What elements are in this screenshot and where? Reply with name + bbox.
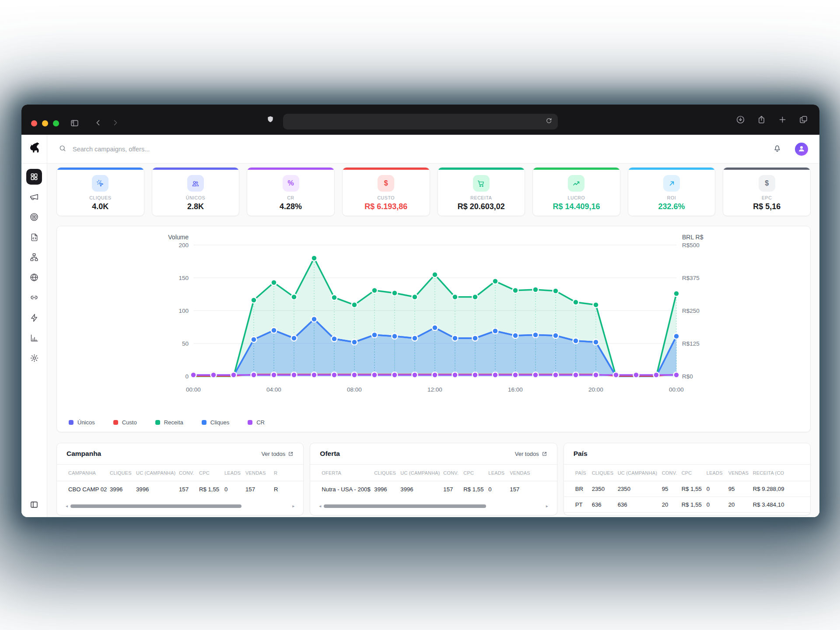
share-icon[interactable] xyxy=(757,115,766,126)
url-bar[interactable] xyxy=(283,114,558,130)
data-point-cr[interactable] xyxy=(251,372,257,378)
sidebar-item-settings[interactable] xyxy=(26,350,42,366)
sidebar-toggle-icon[interactable] xyxy=(70,119,79,128)
sidebar-item-offers[interactable] xyxy=(26,209,42,225)
kpi-card-cliques[interactable]: CLIQUES4.0K xyxy=(56,167,144,216)
data-point-cr[interactable] xyxy=(231,372,237,378)
data-point-cr[interactable] xyxy=(613,372,619,378)
data-point-cr[interactable] xyxy=(392,372,398,378)
data-point-cr[interactable] xyxy=(634,372,639,378)
legend-item-cliques[interactable]: Cliques xyxy=(202,419,229,426)
reload-icon[interactable] xyxy=(545,117,553,126)
data-point-cr[interactable] xyxy=(211,372,217,378)
minimize-button[interactable] xyxy=(42,120,48,126)
data-point-receita[interactable] xyxy=(553,288,559,294)
data-point-cr[interactable] xyxy=(352,372,357,378)
horizontal-scrollbar[interactable]: ◂▸ xyxy=(66,504,294,508)
notifications-bell-icon[interactable] xyxy=(773,144,782,154)
sidebar-item-pages[interactable] xyxy=(26,229,42,245)
data-point-cr[interactable] xyxy=(291,372,297,378)
kpi-card--nicos[interactable]: ÚNICOS2.8K xyxy=(152,167,240,216)
data-point-cliques[interactable] xyxy=(432,325,438,331)
data-point-cr[interactable] xyxy=(533,372,539,378)
back-icon[interactable] xyxy=(94,119,102,127)
data-point-receita[interactable] xyxy=(493,278,498,284)
data-point-cliques[interactable] xyxy=(674,333,679,339)
data-point-receita[interactable] xyxy=(372,287,378,293)
legend-item-cr[interactable]: CR xyxy=(248,419,265,426)
data-point-cliques[interactable] xyxy=(412,336,418,341)
data-point-cr[interactable] xyxy=(412,372,418,378)
data-point-receita[interactable] xyxy=(674,291,679,297)
data-point-cr[interactable] xyxy=(493,372,498,378)
horizontal-scrollbar[interactable]: ◂▸ xyxy=(319,504,548,508)
scroll-left-icon[interactable]: ◂ xyxy=(66,504,68,508)
zoom-button[interactable] xyxy=(53,120,59,126)
data-point-cr[interactable] xyxy=(312,372,317,378)
data-point-cliques[interactable] xyxy=(332,336,337,342)
legend-item-receita[interactable]: Receita xyxy=(155,419,183,426)
data-point-cliques[interactable] xyxy=(271,328,277,333)
data-point-cliques[interactable] xyxy=(533,332,539,338)
data-point-receita[interactable] xyxy=(513,287,518,293)
data-point-cr[interactable] xyxy=(432,372,438,378)
data-point-cliques[interactable] xyxy=(513,333,518,339)
data-point-cr[interactable] xyxy=(372,372,378,378)
data-point-receita[interactable] xyxy=(412,294,418,300)
kpi-card-lucro[interactable]: LUCROR$ 14.409,16 xyxy=(532,167,620,216)
data-point-cliques[interactable] xyxy=(392,333,398,339)
data-point-cliques[interactable] xyxy=(573,338,579,344)
data-point-cr[interactable] xyxy=(452,372,458,378)
data-point-cliques[interactable] xyxy=(372,332,378,338)
data-point-cr[interactable] xyxy=(332,372,337,378)
kpi-card-custo[interactable]: $CUSTOR$ 6.193,86 xyxy=(342,167,430,216)
data-point-cr[interactable] xyxy=(271,372,277,378)
data-point-receita[interactable] xyxy=(392,290,398,296)
scroll-right-icon[interactable]: ▸ xyxy=(292,504,294,508)
data-point-cr[interactable] xyxy=(573,372,579,378)
data-point-cliques[interactable] xyxy=(352,340,357,345)
sidebar-item-campaigns[interactable] xyxy=(26,189,42,205)
data-point-cr[interactable] xyxy=(654,372,659,378)
data-point-receita[interactable] xyxy=(432,272,438,277)
data-point-cr[interactable] xyxy=(513,372,518,378)
data-point-cliques[interactable] xyxy=(472,336,478,341)
data-point-receita[interactable] xyxy=(593,302,599,308)
scroll-left-icon[interactable]: ◂ xyxy=(319,504,321,508)
data-point-receita[interactable] xyxy=(332,295,337,301)
data-point-receita[interactable] xyxy=(533,287,539,293)
collapse-sidebar-icon[interactable] xyxy=(30,500,39,511)
sidebar-item-funnels[interactable] xyxy=(26,249,42,265)
tabs-overview-icon[interactable] xyxy=(799,115,808,126)
data-point-receita[interactable] xyxy=(271,280,277,285)
sidebar-item-reports[interactable] xyxy=(26,330,42,346)
data-point-cliques[interactable] xyxy=(312,316,317,322)
data-point-cr[interactable] xyxy=(674,372,679,378)
scroll-right-icon[interactable]: ▸ xyxy=(546,504,548,508)
data-point-cr[interactable] xyxy=(472,372,478,378)
legend-item--nicos[interactable]: Únicos xyxy=(69,419,95,426)
kpi-card-roi[interactable]: ROI232.6% xyxy=(628,167,716,216)
data-point-cr[interactable] xyxy=(553,372,559,378)
sidebar-item-domains[interactable] xyxy=(26,270,42,285)
data-point-receita[interactable] xyxy=(312,256,317,261)
search-input[interactable] xyxy=(72,145,766,153)
new-tab-icon[interactable] xyxy=(778,115,787,126)
kpi-card-epc[interactable]: $EPCR$ 5,16 xyxy=(723,167,811,216)
data-point-cliques[interactable] xyxy=(452,336,458,341)
ver-todos-link[interactable]: Ver todos xyxy=(515,451,547,457)
data-point-cliques[interactable] xyxy=(291,336,297,341)
data-point-cr[interactable] xyxy=(191,372,196,378)
sidebar-item-dashboard[interactable] xyxy=(26,169,42,185)
data-point-receita[interactable] xyxy=(573,299,579,305)
data-point-cr[interactable] xyxy=(593,372,599,378)
kpi-card-cr[interactable]: %CR4.28% xyxy=(247,167,335,216)
ver-todos-link[interactable]: Ver todos xyxy=(261,451,294,457)
user-avatar[interactable] xyxy=(795,143,808,156)
app-logo[interactable] xyxy=(21,135,47,164)
sidebar-item-automations[interactable] xyxy=(26,310,42,326)
data-point-receita[interactable] xyxy=(452,294,458,300)
data-point-receita[interactable] xyxy=(472,294,478,300)
close-button[interactable] xyxy=(31,120,37,126)
download-icon[interactable] xyxy=(736,115,745,126)
